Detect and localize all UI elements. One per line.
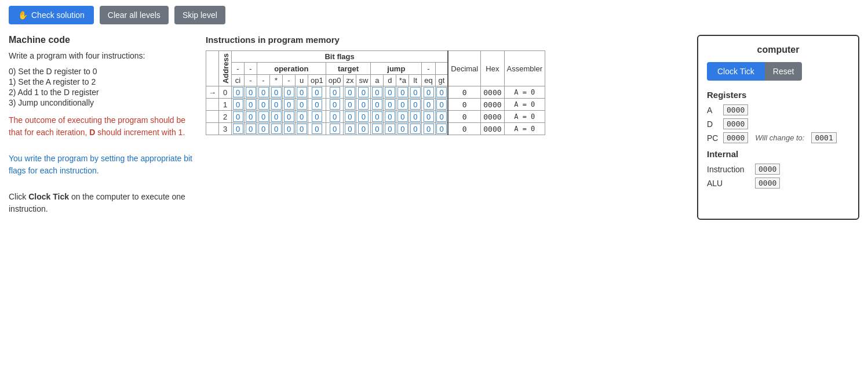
bit-2-7[interactable] (330, 111, 340, 122)
bit-3-1[interactable] (246, 124, 256, 134)
decimal-0: 0 (448, 86, 480, 99)
bit-0-11[interactable] (385, 87, 395, 97)
col-ci: ci (232, 74, 245, 86)
bit-0-10[interactable] (372, 87, 382, 97)
decimal-header: Decimal (448, 51, 480, 86)
bit-1-2[interactable] (258, 99, 269, 110)
bit-0-15[interactable] (436, 87, 447, 97)
bit-3-6[interactable] (312, 124, 322, 134)
bit-2-9[interactable] (358, 111, 369, 122)
assembler-1: A = 0 (504, 99, 545, 111)
instruction-0: 0) Set the D register to 0 (9, 67, 194, 76)
clock-tick-reference: Clock Tick (28, 192, 69, 201)
bit-1-9[interactable] (358, 99, 369, 110)
bit-0-4[interactable] (284, 87, 294, 97)
bit-1-15[interactable] (436, 99, 447, 110)
reg-row-a: A 0000 (707, 104, 849, 115)
bit-1-4[interactable] (284, 99, 294, 110)
bit-3-11[interactable] (385, 124, 395, 134)
bit-2-4[interactable] (284, 111, 294, 122)
bit-3-7[interactable] (330, 124, 340, 134)
bit-1-6[interactable] (312, 99, 322, 110)
reg-label-a: A (707, 106, 719, 115)
int-row-instruction: Instruction 0000 (707, 164, 849, 175)
bit-2-5[interactable] (297, 111, 307, 122)
bit-2-10[interactable] (372, 111, 382, 122)
bit-2-6[interactable] (312, 111, 322, 122)
bit-3-4[interactable] (284, 124, 294, 134)
bit-3-15[interactable] (436, 124, 447, 134)
bit-2-1[interactable] (246, 111, 256, 122)
int-value-alu: 0000 (755, 177, 780, 189)
bit-2-3[interactable] (271, 111, 282, 122)
bit-3-14[interactable] (424, 124, 434, 134)
bit-3-9[interactable] (358, 124, 369, 134)
registers-title: Registers (707, 90, 849, 100)
bit-3-8[interactable] (345, 124, 355, 134)
bit-1-1[interactable] (246, 99, 256, 110)
int-label-instruction: Instruction (707, 165, 750, 174)
reset-button[interactable]: Reset (765, 62, 803, 81)
bit-2-15[interactable] (436, 111, 447, 122)
bit-1-5[interactable] (297, 99, 307, 110)
bit-2-11[interactable] (385, 111, 395, 122)
check-label: Check solution (31, 10, 85, 20)
bit-0-3[interactable] (271, 87, 282, 97)
reg-value-a: 0000 (723, 104, 748, 115)
outcome-bold: D (89, 128, 95, 137)
hex-2: 0000 (481, 111, 504, 123)
bit-0-7[interactable] (330, 87, 340, 97)
bit-3-5[interactable] (297, 124, 307, 134)
col-op1: op1 (308, 74, 326, 86)
decimal-1: 0 (448, 99, 480, 111)
reg-row-d: D 0000 (707, 118, 849, 129)
bit-2-2[interactable] (258, 111, 269, 122)
col-minus1: - (232, 63, 245, 74)
bit-1-7[interactable] (330, 99, 340, 110)
bit-2-14[interactable] (424, 111, 434, 122)
bit-1-0[interactable] (233, 99, 243, 110)
bit-1-13[interactable] (410, 99, 421, 110)
clear-all-button[interactable]: Clear all levels (100, 6, 169, 24)
bit-3-0[interactable] (233, 124, 243, 134)
hex-1: 0000 (481, 99, 504, 111)
bit-2-8[interactable] (345, 111, 355, 122)
bit-1-14[interactable] (424, 99, 434, 110)
bit-3-3[interactable] (271, 124, 282, 134)
col-u: u (296, 74, 308, 86)
how-text: You write the program by setting the app… (9, 153, 194, 177)
check-solution-button[interactable]: ✋ Check solution (9, 6, 94, 24)
bit-0-0[interactable] (233, 87, 243, 97)
bit-0-5[interactable] (297, 87, 307, 97)
bit-1-12[interactable] (397, 99, 408, 110)
bit-3-10[interactable] (372, 124, 382, 134)
bit-3-12[interactable] (397, 124, 408, 134)
bit-0-1[interactable] (246, 87, 256, 97)
bit-0-13[interactable] (410, 87, 421, 97)
bit-0-2[interactable] (258, 87, 269, 97)
bit-3-13[interactable] (410, 124, 421, 134)
bit-2-13[interactable] (410, 111, 421, 122)
bit-0-8[interactable] (345, 87, 355, 97)
decimal-3: 0 (448, 123, 480, 135)
internal-section: Internal Instruction 0000 ALU 0000 (707, 149, 849, 189)
bit-0-9[interactable] (358, 87, 369, 97)
bit-2-12[interactable] (397, 111, 408, 122)
skip-level-button[interactable]: Skip level (174, 6, 225, 24)
bit-1-8[interactable] (345, 99, 355, 110)
assembler-0: A = 0 (504, 86, 545, 99)
bit-1-11[interactable] (385, 99, 395, 110)
bit-1-3[interactable] (271, 99, 282, 110)
decimal-2: 0 (448, 111, 480, 123)
left-panel: Machine code Write a program with four i… (9, 35, 194, 220)
bit-3-2[interactable] (258, 124, 269, 134)
hex-3: 0000 (481, 123, 504, 135)
bit-0-12[interactable] (397, 87, 408, 97)
bit-1-10[interactable] (372, 99, 382, 110)
bit-0-6[interactable] (312, 87, 322, 97)
bit-2-0[interactable] (233, 111, 243, 122)
col-b3: - (283, 74, 296, 86)
col-eq: eq (422, 74, 435, 86)
bit-0-14[interactable] (424, 87, 434, 97)
clock-tick-button[interactable]: Clock Tick (707, 62, 765, 81)
